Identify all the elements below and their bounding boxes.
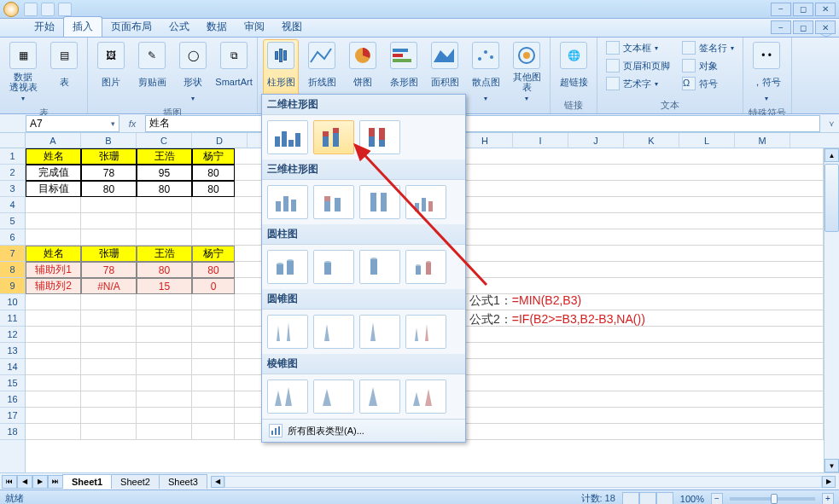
zoom-out-button[interactable]: − <box>711 493 723 505</box>
scroll-down-button[interactable]: ▼ <box>824 459 839 472</box>
fx-button[interactable]: fx <box>125 116 140 131</box>
textbox-button[interactable]: 文本框 ▾ <box>603 39 673 56</box>
row-header-18[interactable]: 18 <box>0 424 25 440</box>
row-header-7[interactable]: 7 <box>0 246 25 262</box>
cell-c1[interactable]: 王浩 <box>137 148 192 165</box>
chart-opt-100stacked-3d[interactable] <box>359 185 400 219</box>
row-header-9[interactable]: 9 <box>0 278 25 294</box>
qat-undo-icon[interactable] <box>41 3 55 16</box>
namebox-dropdown-icon[interactable]: ▾ <box>111 119 115 128</box>
other-charts-button[interactable]: 其他图表▾ <box>509 39 545 105</box>
chart-opt-stacked-3d[interactable] <box>313 185 354 219</box>
table-button[interactable]: ▤表 <box>46 39 82 96</box>
chart-opt-clustered-3d[interactable] <box>267 185 308 219</box>
cell-d1[interactable]: 杨宁 <box>192 148 235 165</box>
col-header-a[interactable]: A <box>26 133 81 148</box>
sheet-nav-prev[interactable]: ◀ <box>17 475 32 489</box>
cell-a9[interactable]: 辅助列2 <box>26 278 81 294</box>
col-header-i[interactable]: I <box>513 133 568 148</box>
row-header-3[interactable]: 3 <box>0 181 25 197</box>
cell-d9[interactable]: 0 <box>192 278 235 294</box>
zoom-slider[interactable] <box>730 497 815 501</box>
signatureline-button[interactable]: 签名行 ▾ <box>679 39 737 56</box>
chart-opt-clustered-2d[interactable] <box>267 120 308 154</box>
row-header-10[interactable]: 10 <box>0 294 25 310</box>
sheet-nav-first[interactable]: ⏮ <box>2 475 17 489</box>
qat-save-icon[interactable] <box>24 3 38 16</box>
cell-b9[interactable]: #N/A <box>81 278 137 294</box>
chart-opt-100stacked-2d[interactable] <box>359 120 400 154</box>
chart-opt-cylinder-1[interactable] <box>267 250 308 284</box>
cell-a3[interactable]: 目标值 <box>26 181 81 197</box>
object-button[interactable]: 对象 <box>679 57 737 74</box>
col-header-l[interactable]: L <box>679 133 735 148</box>
smartart-button[interactable]: ⧉SmartArt <box>216 39 252 96</box>
clipart-button[interactable]: ✎剪贴画 <box>134 39 170 96</box>
chart-opt-cylinder-2[interactable] <box>313 250 354 284</box>
horizontal-scrollbar[interactable]: ◀ ▶ <box>211 476 836 488</box>
cell-c9[interactable]: 15 <box>137 278 192 294</box>
chart-opt-pyramid-3[interactable] <box>359 379 400 414</box>
formula-input[interactable]: 姓名 <box>145 115 820 132</box>
row-header-4[interactable]: 4 <box>0 197 25 213</box>
scatter-chart-button[interactable]: 散点图▾ <box>468 39 504 105</box>
cell-c2[interactable]: 95 <box>137 165 192 181</box>
col-header-b[interactable]: B <box>81 133 137 148</box>
zoom-level[interactable]: 100% <box>680 494 704 504</box>
row-header-11[interactable]: 11 <box>0 310 25 327</box>
tab-formulas[interactable]: 公式 <box>160 17 198 37</box>
special-symbol-button[interactable]: • •，符号▾ <box>749 39 784 105</box>
cell-d7[interactable]: 杨宁 <box>192 246 235 262</box>
col-header-m[interactable]: M <box>735 133 790 148</box>
row-header-5[interactable]: 5 <box>0 213 25 229</box>
cell-b8[interactable]: 78 <box>81 262 137 278</box>
cell-a2[interactable]: 完成值 <box>26 165 81 181</box>
pivottable-button[interactable]: ▦数据 透视表▾ <box>5 39 41 105</box>
scroll-up-button[interactable]: ▲ <box>824 148 839 162</box>
row-header-12[interactable]: 12 <box>0 327 25 343</box>
hscroll-left-button[interactable]: ◀ <box>211 476 224 488</box>
tab-pagelayout[interactable]: 页面布局 <box>102 17 160 37</box>
cell-d3[interactable]: 80 <box>192 181 235 197</box>
office-button[interactable] <box>3 2 19 17</box>
tab-review[interactable]: 审阅 <box>236 17 273 37</box>
tab-insert[interactable]: 插入 <box>63 16 102 37</box>
wordart-button[interactable]: 艺术字 ▾ <box>603 75 673 92</box>
shapes-button[interactable]: ◯形状▾ <box>175 39 211 105</box>
row-header-2[interactable]: 2 <box>0 165 25 181</box>
window-minimize-button[interactable]: − <box>771 3 791 16</box>
view-normal-button[interactable] <box>622 492 639 505</box>
picture-button[interactable]: 🖼图片 <box>93 39 129 96</box>
chart-opt-cone-2[interactable] <box>313 315 354 349</box>
workbook-minimize-button[interactable]: − <box>771 20 791 34</box>
workbook-restore-button[interactable]: ◻ <box>793 20 813 34</box>
chart-opt-pyramid-1[interactable] <box>267 379 308 414</box>
chart-opt-cylinder-3[interactable] <box>359 250 400 284</box>
chart-opt-cone-1[interactable] <box>267 315 308 349</box>
tab-view[interactable]: 视图 <box>273 17 311 37</box>
zoom-in-button[interactable]: + <box>822 493 834 505</box>
cell-c8[interactable]: 80 <box>137 262 192 278</box>
cell-a8[interactable]: 辅助列1 <box>26 262 81 278</box>
select-all-corner[interactable] <box>0 133 26 148</box>
cell-a1[interactable]: 姓名 <box>26 148 81 165</box>
vertical-scrollbar[interactable]: ▲ ▼ <box>824 148 839 472</box>
row-header-13[interactable]: 13 <box>0 343 25 359</box>
col-header-c[interactable]: C <box>137 133 192 148</box>
row-header-16[interactable]: 16 <box>0 391 25 408</box>
headerfooter-button[interactable]: 页眉和页脚 <box>603 57 673 74</box>
cell-b2[interactable]: 78 <box>81 165 137 181</box>
all-chart-types-button[interactable]: 所有图表类型(A)... <box>262 419 465 442</box>
col-header-d[interactable]: D <box>192 133 248 148</box>
formula-expand-button[interactable]: ⋎ <box>824 116 839 131</box>
window-restore-button[interactable]: ◻ <box>793 3 813 16</box>
chart-opt-cone-3[interactable] <box>359 315 400 349</box>
chart-opt-3d-column[interactable] <box>405 185 446 219</box>
zoom-thumb[interactable] <box>771 494 778 504</box>
view-pagelayout-button[interactable] <box>639 492 656 505</box>
sheet-tab-1[interactable]: Sheet1 <box>62 474 112 489</box>
sheet-tab-2[interactable]: Sheet2 <box>111 474 160 489</box>
row-header-14[interactable]: 14 <box>0 359 25 375</box>
row-header-15[interactable]: 15 <box>0 375 25 391</box>
cell-c7[interactable]: 王浩 <box>137 246 192 262</box>
